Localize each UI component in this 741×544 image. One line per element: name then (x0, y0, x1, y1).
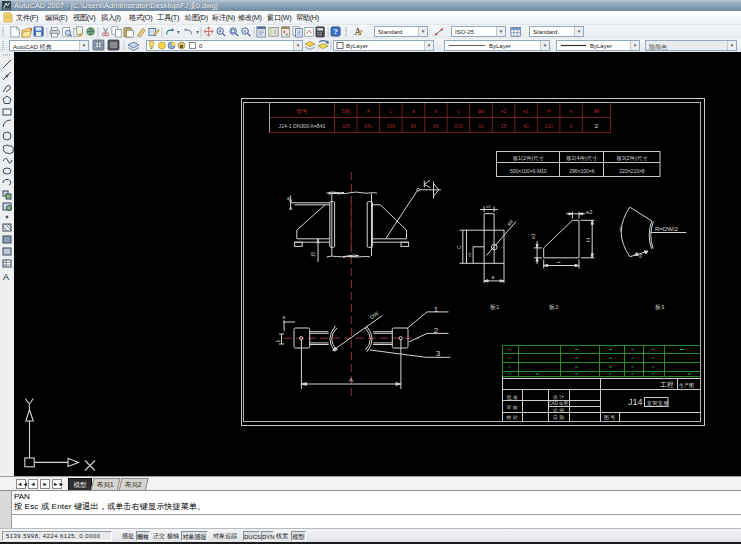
svg-text:a: a (492, 274, 495, 280)
svg-text:L: L (555, 260, 561, 263)
svg-text:板1(2件)尺寸: 板1(2件)尺寸 (512, 155, 545, 161)
svg-text:841: 841 (364, 123, 373, 129)
svg-text:校 对: 校 对 (506, 415, 518, 420)
svg-text:10: 10 (478, 123, 484, 129)
svg-text:325: 325 (342, 123, 351, 129)
svg-text:A: A (349, 377, 353, 383)
svg-text:e1: e1 (530, 233, 536, 239)
svg-text:e1: e1 (523, 108, 529, 114)
svg-text:85: 85 (433, 123, 439, 129)
svg-text:φd: φd (478, 108, 484, 114)
svg-text:板2: 板2 (548, 304, 559, 310)
svg-text:3: 3 (436, 349, 441, 358)
svg-text:图 号: 图 号 (604, 415, 615, 420)
svg-text:e2: e2 (586, 209, 592, 215)
svg-text:生产图: 生产图 (679, 382, 694, 389)
svg-text:25: 25 (501, 123, 507, 129)
svg-text:e2: e2 (486, 204, 491, 209)
svg-text:A: A (367, 108, 371, 114)
svg-text:15: 15 (311, 251, 316, 257)
svg-text:型号: 型号 (297, 108, 309, 114)
svg-text:?: ? (333, 27, 338, 36)
svg-text:J14: J14 (628, 397, 643, 407)
svg-text:b: b (435, 108, 438, 114)
svg-text:支管支座: 支管支座 (647, 400, 670, 407)
svg-text:45°: 45° (618, 225, 624, 233)
svg-text:板1: 板1 (489, 304, 500, 310)
svg-text:工程: 工程 (660, 381, 674, 388)
svg-text:220×210×8: 220×210×8 (619, 168, 645, 174)
svg-text:e2: e2 (501, 108, 507, 114)
svg-text:日 期: 日 期 (553, 415, 564, 420)
svg-text:DW: DW (342, 108, 351, 114)
svg-text:A: A (3, 272, 9, 282)
svg-text:500×100×6-M10: 500×100×6-M10 (510, 168, 547, 174)
svg-text:100: 100 (544, 123, 553, 129)
svg-text:1: 1 (434, 305, 439, 314)
svg-text:板2(4件)尺寸: 板2(4件)尺寸 (565, 155, 598, 161)
svg-text:审 核: 审 核 (507, 404, 518, 410)
svg-text:100: 100 (454, 123, 463, 129)
svg-text:6: 6 (570, 123, 573, 129)
svg-text:s: s (570, 108, 573, 114)
svg-text:H: H (585, 238, 591, 242)
svg-text:296×100×6: 296×100×6 (569, 168, 595, 174)
svg-text:CAD 绘图: CAD 绘图 (549, 401, 569, 406)
svg-text:2: 2 (595, 123, 599, 129)
svg-text:批 准: 批 准 (507, 395, 518, 401)
svg-text:板3(2件)尺寸: 板3(2件)尺寸 (615, 155, 648, 161)
svg-text:L: L (390, 108, 393, 114)
svg-text:设 计: 设 计 (552, 394, 564, 400)
svg-text:板3: 板3 (654, 304, 665, 310)
svg-text:R=DW/2: R=DW/2 (655, 226, 679, 232)
svg-text:a: a (412, 108, 415, 114)
svg-text:c: c (457, 108, 460, 114)
svg-text:296: 296 (387, 123, 396, 129)
svg-text:b: b (276, 339, 281, 342)
svg-text:H: H (547, 108, 551, 114)
svg-text:e2: e2 (467, 252, 472, 257)
svg-text:40: 40 (523, 123, 529, 129)
svg-text:C: C (456, 245, 462, 249)
svg-text:J14-1 DN300 A=841: J14-1 DN300 A=841 (279, 123, 326, 129)
svg-text:M: M (594, 108, 599, 114)
svg-text:S: S (638, 252, 644, 259)
svg-text:86: 86 (411, 123, 417, 129)
svg-text:2: 2 (434, 326, 439, 335)
svg-text:a: a (283, 315, 286, 320)
